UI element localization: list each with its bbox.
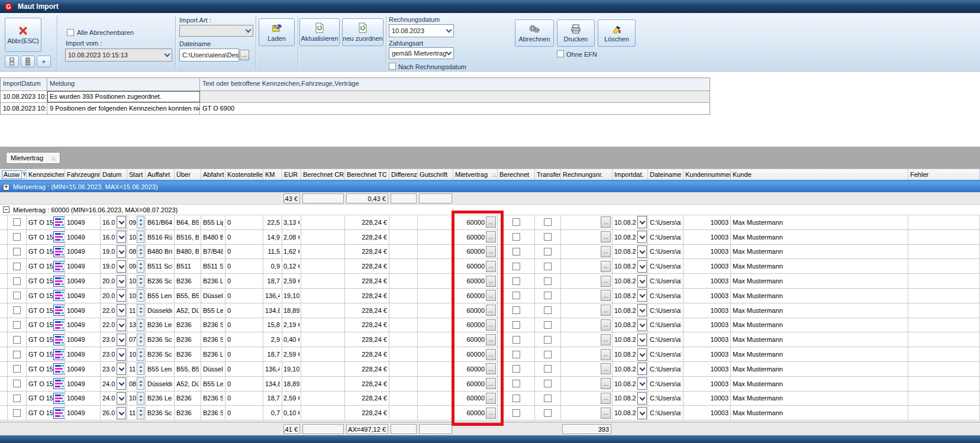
column-header-eur[interactable]: EUR [282, 169, 301, 180]
message-row[interactable]: 10.08.2023 10: 9 Positionen der folgende… [1, 102, 710, 114]
importdat-combo[interactable]: 10.08.2023 [612, 392, 648, 406]
row-select-checkbox[interactable] [8, 230, 27, 244]
mietvertrag-cell[interactable]: 60000... [453, 347, 498, 361]
rechnungsnr-cell[interactable]: ... [561, 289, 612, 303]
column-header-datum[interactable]: Datum [101, 169, 127, 180]
ellipsis-button[interactable]: ... [486, 261, 496, 272]
transfer-checkbox-box[interactable] [544, 218, 552, 226]
table-row[interactable]: GT O 151004916.010B516 RüB516, B4B480 Br… [0, 230, 980, 245]
spinner-up-icon[interactable] [139, 380, 143, 383]
spinner-buttons[interactable] [137, 319, 144, 331]
importdat-combo[interactable]: 10.08.2023 [612, 318, 648, 332]
mietvertrag-cell[interactable]: 60000... [453, 259, 498, 273]
row-select-checkbox-box[interactable] [13, 395, 21, 402]
dropdown-button[interactable] [117, 319, 126, 331]
spinner-up-icon[interactable] [139, 351, 143, 353]
ellipsis-button[interactable]: ... [601, 276, 611, 287]
berechnet-checkbox[interactable] [498, 215, 535, 229]
ellipsis-button[interactable]: ... [601, 305, 611, 316]
ellipsis-button[interactable]: ... [486, 305, 496, 316]
ellipsis-button[interactable]: ... [486, 378, 496, 389]
berechnet-checkbox[interactable] [498, 362, 535, 376]
datum-combo[interactable]: 19.0 [101, 259, 127, 273]
spinner-buttons[interactable] [137, 363, 144, 375]
spinner-down-icon[interactable] [139, 224, 143, 226]
datum-combo[interactable]: 20.0 [101, 289, 127, 303]
group-by-chip-mietvertrag[interactable]: Mietvertrag △ [6, 152, 60, 164]
mietvertrag-cell[interactable]: 60000... [453, 392, 498, 406]
row-select-checkbox-box[interactable] [13, 380, 21, 387]
column-header-differenz[interactable]: Differenz [389, 169, 418, 180]
import-art-dropdown[interactable] [179, 25, 253, 37]
transfer-checkbox[interactable] [535, 377, 561, 391]
column-header-berechnet[interactable]: Berechnet [498, 169, 535, 180]
spinner-down-icon[interactable] [139, 341, 143, 343]
ohne-efn-checkbox[interactable] [557, 50, 564, 57]
transfer-checkbox[interactable] [535, 215, 561, 229]
row-select-checkbox[interactable] [8, 392, 27, 406]
spinner-up-icon[interactable] [139, 409, 143, 412]
rechnungsnr-cell[interactable]: ... [561, 377, 612, 391]
berechnet-checkbox-box[interactable] [512, 351, 520, 358]
spinner-up-icon[interactable] [139, 336, 143, 338]
column-header-mietvertrag[interactable]: Mietvertrag△ [453, 169, 498, 180]
dropdown-button[interactable] [637, 363, 647, 375]
dropdown-button[interactable] [637, 231, 647, 243]
column-header-auffahrt[interactable]: Auffahrt [146, 169, 175, 180]
dropdown-button[interactable] [117, 216, 126, 228]
table-row[interactable]: GT O 151004923.007B236 SchB236B236 Sc02,… [0, 332, 980, 347]
spinner-down-icon[interactable] [139, 414, 143, 416]
group-row-expanded[interactable]: − Mietvertrag : 60000 (MIN=16.06.2023, M… [0, 205, 980, 215]
table-row[interactable]: GT O 151004922.013B236 LerB236B236 Sc015… [0, 318, 980, 333]
mietvertrag-cell[interactable]: 60000... [453, 406, 498, 420]
column-header-fehler[interactable]: Fehler [908, 169, 980, 180]
dropdown-button[interactable] [637, 260, 647, 273]
spinner-down-icon[interactable] [139, 311, 143, 313]
rechnungsnr-cell[interactable]: ... [561, 362, 612, 376]
column-header-gutschrift[interactable]: Gutschrift [418, 169, 453, 180]
spinner-down-icon[interactable] [139, 297, 143, 299]
row-select-checkbox[interactable] [8, 274, 27, 288]
column-header-importdat-[interactable]: Importdat. [612, 169, 648, 180]
importdat-combo[interactable]: 10.08.2023 [612, 347, 648, 361]
transfer-checkbox[interactable] [535, 318, 561, 332]
transfer-checkbox[interactable] [535, 289, 561, 303]
select-all-button[interactable] [21, 56, 35, 67]
group-row-selected[interactable]: + Mietvertrag : (MIN=15.06.2023, MAX=15.… [0, 182, 980, 192]
message-col-meldung[interactable]: Meldung [47, 78, 200, 90]
datum-combo[interactable]: 16.0 [101, 215, 127, 229]
dropdown-button[interactable] [637, 245, 647, 258]
berechnet-checkbox-box[interactable] [512, 395, 520, 402]
transfer-checkbox-box[interactable] [544, 263, 552, 270]
row-select-checkbox[interactable] [8, 245, 27, 259]
start-spinner[interactable]: 10 [127, 392, 146, 406]
ellipsis-button[interactable]: ... [486, 393, 496, 404]
table-row[interactable]: GT O 151004916.009B61/B64B64, B55B55 Lip… [0, 215, 980, 230]
berechnet-checkbox-box[interactable] [512, 263, 520, 270]
ellipsis-button[interactable]: ... [601, 393, 611, 404]
dropdown-button[interactable] [117, 304, 126, 316]
importdat-combo[interactable]: 10.08.2023 [612, 230, 648, 244]
row-select-checkbox[interactable] [8, 289, 27, 303]
column-header-fahrzeugnr[interactable]: Fahrzeugnr [65, 169, 101, 180]
ellipsis-button[interactable]: ... [486, 334, 496, 345]
berechnet-checkbox[interactable] [498, 318, 535, 332]
transfer-checkbox[interactable] [535, 347, 561, 361]
spinner-up-icon[interactable] [139, 248, 143, 251]
ellipsis-button[interactable]: ... [601, 319, 611, 331]
neu-zuordnen-button[interactable]: neu zuordnen [342, 18, 383, 46]
dropdown-button[interactable] [637, 319, 647, 331]
ellipsis-button[interactable]: ... [486, 349, 496, 360]
datum-combo[interactable]: 26.0 [101, 406, 127, 420]
column-header-dateiname[interactable]: Dateiname [648, 169, 684, 180]
table-row[interactable]: GT O 151004924.010B236 LerB236B236 Sc018… [0, 392, 980, 406]
importdat-combo[interactable]: 10.08.2023 [612, 303, 648, 318]
dropdown-button[interactable] [117, 392, 126, 405]
ellipsis-button[interactable]: ... [601, 231, 611, 242]
row-select-checkbox[interactable] [8, 303, 27, 318]
rechnungsnr-cell[interactable]: ... [561, 274, 612, 288]
column-header-abfahrt[interactable]: Abfahrt [201, 169, 225, 180]
berechnet-checkbox[interactable] [498, 406, 535, 420]
dropdown-button[interactable] [637, 289, 647, 302]
spinner-buttons[interactable] [137, 260, 144, 273]
